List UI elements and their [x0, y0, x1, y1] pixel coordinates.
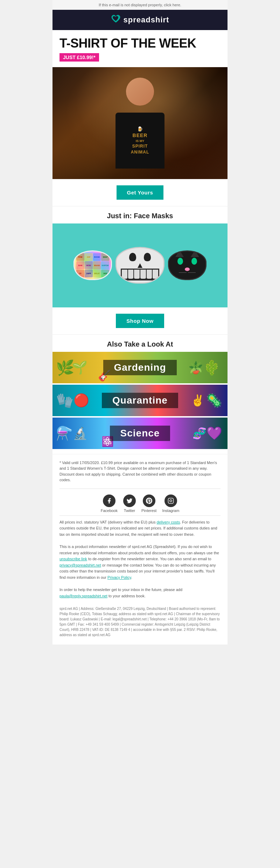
social-instagram[interactable]: Instagram — [162, 495, 179, 513]
categories-title: Also Take a Look At — [52, 335, 227, 352]
headline-area: T-SHIRT OF THE WEEK JUST £10.99!* — [52, 30, 227, 67]
category-quarantine-label: Quarantine — [102, 393, 178, 408]
address-text-2: to your address book. — [107, 594, 146, 598]
newsletter-text-1: This is a product information newsletter… — [59, 545, 219, 555]
disclaimer: * Valid until 17/05/2020. £10.99 price a… — [52, 454, 227, 489]
logo-area: spreadshirt — [52, 10, 227, 30]
get-yours-container: Get Yours — [52, 179, 227, 206]
privacy-policy-link[interactable]: Privacy Policy — [107, 575, 131, 579]
top-bar: If this e-mail is not displayed properly… — [52, 0, 227, 10]
hero-image: 🍺 BEER IS MY SPIRIT ANIMAL — [52, 67, 227, 179]
vat-text-1: All prices incl. statutory VAT (delivery… — [59, 520, 157, 524]
footer-legal: sprd.net AG | Address: Gießerstraße 27, … — [52, 603, 227, 645]
twitter-icon[interactable] — [123, 495, 136, 507]
category-science-label: Science — [110, 426, 170, 441]
footer-vat-text: All prices incl. statutory VAT (delivery… — [52, 516, 227, 603]
delivery-costs-link[interactable]: delivery costs — [157, 520, 180, 524]
twitter-label: Twitter — [124, 508, 135, 513]
unsubscribe-link[interactable]: unsubscribe link — [59, 557, 87, 561]
svg-rect-0 — [168, 498, 173, 503]
category-quarantine[interactable]: 🧤 🔴 🦠 ✌️ Quarantine — [52, 385, 227, 416]
disclaimer-text: * Valid until 17/05/2020. £10.99 price a… — [59, 461, 217, 482]
social-twitter[interactable]: Twitter — [123, 495, 136, 513]
logo-heart-icon — [111, 15, 121, 25]
face-masks-title: Just in: Face Masks — [52, 206, 227, 223]
pinterest-icon[interactable] — [143, 495, 155, 507]
brand-name: spreadshirt — [124, 15, 169, 24]
category-science[interactable]: ⚗️ 🔬 💜 🧬 ⚛️ Science — [52, 418, 227, 449]
mask-skull — [115, 247, 164, 284]
shop-now-container: Shop Now — [52, 307, 227, 335]
instagram-icon[interactable] — [164, 495, 177, 507]
newsletter-text-4: . — [131, 575, 132, 579]
address-text-1: In order to help the newsletter get to y… — [59, 588, 182, 592]
shop-now-button[interactable]: Shop Now — [116, 314, 164, 328]
social-facebook[interactable]: Facebook — [101, 495, 118, 513]
facebook-icon[interactable] — [103, 495, 115, 507]
pinterest-label: Pinterest — [141, 508, 156, 513]
mask-comic: POW ZAP BOOM SNAP BAM WOW WHAM KAPOW !!!… — [74, 250, 112, 280]
category-gardening-label: Gardening — [103, 360, 176, 375]
top-bar-text: If this e-mail is not displayed properly… — [99, 3, 181, 7]
instagram-label: Instagram — [162, 508, 179, 513]
logo: spreadshirt — [111, 15, 169, 25]
social-pinterest[interactable]: Pinterest — [141, 495, 156, 513]
headline-title: T-SHIRT OF THE WEEK — [59, 36, 220, 50]
privacy-email-link[interactable]: privacy@spreadshirt.net — [59, 563, 101, 567]
legal-text: sprd.net AG | Address: Gießerstraße 27, … — [59, 607, 220, 637]
social-icons-row: Facebook Twitter Pinterest Instagram — [52, 489, 227, 515]
price-badge: JUST £10.99!* — [59, 53, 99, 62]
mask-cat — [168, 250, 206, 280]
facebook-label: Facebook — [101, 508, 118, 513]
newsletter-text-2: to de-register from the newsletter servi… — [87, 557, 211, 561]
category-gardening[interactable]: 🌿 🌱 🌵 🪴 🎸 Gardening — [52, 352, 227, 383]
face-masks-image: POW ZAP BOOM SNAP BAM WOW WHAM KAPOW !!!… — [52, 223, 227, 307]
get-yours-button[interactable]: Get Yours — [117, 185, 164, 200]
categories-area: 🌿 🌱 🌵 🪴 🎸 Gardening 🧤 🔴 🦠 ✌️ Quarantine … — [52, 352, 227, 454]
address-email-link[interactable]: paula@reply.spreadshirt.net — [59, 594, 107, 598]
